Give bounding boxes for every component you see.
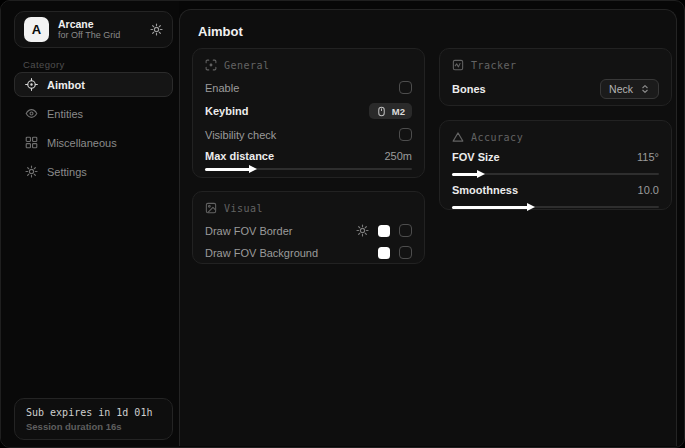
fov-background-checkbox[interactable] <box>399 246 412 259</box>
visibility-check-row: Visibility check <box>205 128 412 141</box>
chevrons-up-down-icon <box>640 84 650 94</box>
bones-row: Bones Neck <box>452 79 659 99</box>
max-distance-slider[interactable] <box>205 164 412 173</box>
app-logo: A <box>24 17 49 42</box>
smoothness-value: 10.0 <box>638 184 659 196</box>
fov-background-color-swatch[interactable] <box>378 247 390 259</box>
triangle-icon <box>452 131 464 143</box>
sidebar: A Arcane for Off The Grid Category <box>1 1 179 447</box>
fov-border-row: Draw FOV Border <box>205 224 412 237</box>
fov-size-row: FOV Size 115° <box>452 151 659 163</box>
fov-border-checkbox[interactable] <box>399 224 412 237</box>
fov-size-value: 115° <box>637 151 659 163</box>
fov-size-label: FOV Size <box>452 151 500 163</box>
keybind-value: M2 <box>392 106 405 117</box>
keybind-label: Keybind <box>205 105 248 117</box>
tracker-card-header: Tracker <box>452 59 659 71</box>
brand-card: A Arcane for Off The Grid <box>14 11 173 48</box>
sidebar-item-entities[interactable]: Entities <box>14 101 173 126</box>
sidebar-item-label: Aimbot <box>47 79 85 91</box>
sidebar-item-settings[interactable]: Settings <box>14 159 173 184</box>
tracker-card-title: Tracker <box>471 60 517 71</box>
enable-label: Enable <box>205 82 239 94</box>
sidebar-item-aimbot[interactable]: Aimbot <box>14 72 173 97</box>
slider-fill <box>452 206 529 209</box>
scan-icon <box>205 59 217 71</box>
slider-thumb[interactable] <box>249 165 257 173</box>
sub-expires-text: Sub expires in 1d 01h <box>26 407 161 418</box>
visual-card-header: Visual <box>205 202 412 214</box>
settings-gear-icon[interactable] <box>150 23 163 36</box>
fov-border-label: Draw FOV Border <box>205 225 292 237</box>
brand-text: Arcane for Off The Grid <box>58 18 141 40</box>
enable-checkbox[interactable] <box>399 81 412 94</box>
main-panel: Aimbot General Enable Keybind <box>179 9 677 446</box>
sidebar-item-label: Settings <box>47 166 87 178</box>
app-window: A Arcane for Off The Grid Category <box>0 0 685 448</box>
visual-card: Visual Draw FOV Border <box>192 191 425 264</box>
slider-thumb[interactable] <box>527 203 535 211</box>
bones-select[interactable]: Neck <box>600 79 659 99</box>
keybind-row: Keybind M2 <box>205 103 412 119</box>
sidebar-item-miscellaneous[interactable]: Miscellaneous <box>14 130 173 155</box>
session-duration-text: Session duration 16s <box>26 421 161 432</box>
slider-thumb[interactable] <box>477 170 485 178</box>
visual-card-title: Visual <box>224 203 263 214</box>
subscription-card: Sub expires in 1d 01h Session duration 1… <box>14 398 173 440</box>
tracker-card: Tracker Bones Neck <box>439 48 672 106</box>
eye-icon <box>25 107 38 120</box>
general-card: General Enable Keybind <box>192 48 425 178</box>
general-card-header: General <box>205 59 412 71</box>
mouse-icon <box>376 106 387 117</box>
max-distance-label: Max distance <box>205 150 274 162</box>
keybind-button[interactable]: M2 <box>369 103 412 119</box>
crosshair-icon <box>25 78 38 91</box>
max-distance-value: 250m <box>384 150 412 162</box>
smoothness-label: Smoothness <box>452 184 518 196</box>
sidebar-item-label: Entities <box>47 108 83 120</box>
category-label: Category <box>23 59 179 70</box>
app-name: Arcane <box>58 18 141 30</box>
activity-icon <box>452 59 464 71</box>
general-card-title: General <box>224 60 270 71</box>
sidebar-nav: Aimbot Entities <box>14 72 173 184</box>
boxes-icon <box>25 136 38 149</box>
smoothness-slider[interactable] <box>452 202 659 211</box>
enable-row: Enable <box>205 81 412 94</box>
gear-icon <box>25 165 38 178</box>
sidebar-item-label: Miscellaneous <box>47 137 117 149</box>
fov-background-row: Draw FOV Background <box>205 246 412 259</box>
page-title: Aimbot <box>198 24 243 39</box>
accuracy-card-header: Accuracy <box>452 131 659 143</box>
bones-value: Neck <box>609 83 633 95</box>
visibility-check-label: Visibility check <box>205 129 276 141</box>
fov-border-color-swatch[interactable] <box>378 225 390 237</box>
fov-border-settings-gear-icon[interactable] <box>356 224 369 237</box>
fov-background-label: Draw FOV Background <box>205 247 318 259</box>
slider-fill <box>452 173 479 176</box>
visibility-check-checkbox[interactable] <box>399 128 412 141</box>
bones-label: Bones <box>452 83 486 95</box>
smoothness-row: Smoothness 10.0 <box>452 184 659 196</box>
app-subtitle: for Off The Grid <box>58 30 141 40</box>
fov-size-slider[interactable] <box>452 169 659 178</box>
max-distance-row: Max distance 250m <box>205 150 412 162</box>
accuracy-card: Accuracy FOV Size 115° Smoothness 10.0 <box>439 120 672 210</box>
image-icon <box>205 202 217 214</box>
slider-fill <box>205 168 251 171</box>
accuracy-card-title: Accuracy <box>471 132 523 143</box>
